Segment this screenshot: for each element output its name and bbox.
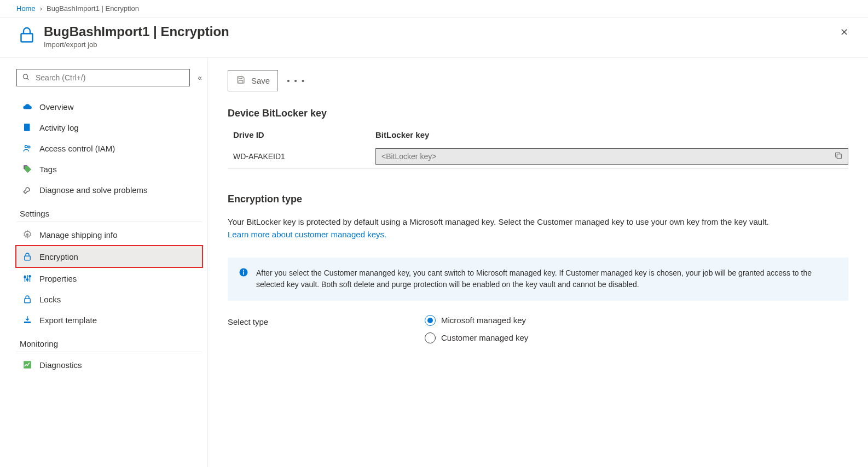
svg-point-18 <box>243 270 244 271</box>
svg-point-7 <box>24 276 26 278</box>
sidebar-item-access-control[interactable]: Access control (IAM) <box>16 138 202 159</box>
people-icon <box>22 143 33 154</box>
svg-rect-17 <box>243 271 244 275</box>
col-header-key: BitLocker key <box>375 130 848 139</box>
properties-icon <box>22 273 33 284</box>
radio-customer-key[interactable]: Customer managed key <box>425 332 528 343</box>
page-title: BugBashImport1 | Encryption <box>44 24 229 39</box>
lock-icon <box>22 294 33 305</box>
encryption-desc: Your BitLocker key is protected by defau… <box>228 216 848 229</box>
bitlocker-key-input[interactable] <box>375 148 848 165</box>
select-type-label: Select type <box>228 315 425 326</box>
cloud-icon <box>22 101 33 112</box>
info-text: After you select the Customer mananged k… <box>256 267 837 291</box>
svg-rect-14 <box>239 81 243 84</box>
info-icon <box>239 267 248 291</box>
sidebar: « Overview Activity log Access control (… <box>0 58 208 467</box>
copy-icon[interactable] <box>834 151 843 162</box>
save-button[interactable]: Save <box>228 70 278 91</box>
bitlocker-heading: Device BitLocker key <box>228 108 848 119</box>
svg-rect-15 <box>837 154 841 159</box>
col-header-drive: Drive ID <box>228 130 375 139</box>
svg-point-9 <box>29 276 31 277</box>
sidebar-item-encryption[interactable]: Encryption <box>15 245 203 268</box>
svg-rect-12 <box>24 361 31 369</box>
table-row: WD-AFAKEID1 <box>228 145 848 168</box>
sidebar-item-label: Overview <box>39 102 74 112</box>
toolbar: Save • • • <box>228 70 848 91</box>
search-icon <box>22 73 30 83</box>
radio-icon <box>425 315 436 326</box>
save-button-label: Save <box>251 76 270 85</box>
breadcrumb-home[interactable]: Home <box>16 4 36 13</box>
search-input[interactable] <box>16 69 190 86</box>
svg-rect-6 <box>25 256 31 260</box>
sidebar-item-diagnostics[interactable]: Diagnostics <box>16 354 202 375</box>
svg-point-4 <box>28 146 30 148</box>
sidebar-item-label: Diagnostics <box>39 360 82 370</box>
close-button[interactable]: ✕ <box>837 26 852 38</box>
sidebar-item-label: Access control (IAM) <box>39 144 115 153</box>
learn-more-link[interactable]: Learn more about customer managed keys. <box>228 230 386 239</box>
wrench-icon <box>22 184 33 195</box>
sidebar-item-label: Manage shipping info <box>39 230 118 240</box>
sidebar-item-overview[interactable]: Overview <box>16 96 202 117</box>
sidebar-item-tags[interactable]: Tags <box>16 159 202 179</box>
sidebar-item-label: Locks <box>39 295 61 304</box>
more-button[interactable]: • • • <box>282 72 310 90</box>
radio-icon <box>425 332 436 343</box>
encryption-type-heading: Encryption type <box>228 194 848 205</box>
gear-icon <box>22 229 33 240</box>
svg-rect-2 <box>24 124 30 131</box>
info-box: After you select the Customer mananged k… <box>228 258 848 301</box>
radio-group-key-type: Microsoft managed key Customer managed k… <box>425 315 528 343</box>
radio-label: Customer managed key <box>441 333 528 342</box>
breadcrumb: Home › BugBashImport1 | Encryption <box>0 0 868 17</box>
sidebar-item-diagnose[interactable]: Diagnose and solve problems <box>16 179 202 200</box>
sidebar-item-label: Tags <box>39 165 57 174</box>
svg-rect-0 <box>21 34 33 42</box>
collapse-sidebar-icon[interactable]: « <box>198 73 202 82</box>
lock-icon <box>16 24 37 45</box>
save-icon <box>236 75 246 86</box>
lock-icon <box>22 251 33 262</box>
svg-rect-13 <box>239 77 242 79</box>
svg-rect-11 <box>24 322 31 323</box>
sidebar-item-locks[interactable]: Locks <box>16 289 202 310</box>
svg-point-3 <box>25 145 28 148</box>
sidebar-item-label: Activity log <box>39 123 79 132</box>
chevron-right-icon: › <box>40 4 42 13</box>
radio-label: Microsoft managed key <box>441 316 526 325</box>
svg-point-5 <box>26 234 29 236</box>
sidebar-item-label: Encryption <box>39 252 78 261</box>
sidebar-item-properties[interactable]: Properties <box>16 268 202 289</box>
sidebar-item-label: Export template <box>39 316 97 325</box>
chart-icon <box>22 359 33 370</box>
svg-point-8 <box>27 279 28 281</box>
svg-point-1 <box>23 74 27 79</box>
drive-id-cell: WD-AFAKEID1 <box>228 152 375 161</box>
log-icon <box>22 122 33 133</box>
radio-microsoft-key[interactable]: Microsoft managed key <box>425 315 528 326</box>
sidebar-section-settings: Settings <box>16 200 202 222</box>
sidebar-item-label: Properties <box>39 274 77 283</box>
sidebar-item-manage-shipping[interactable]: Manage shipping info <box>16 224 202 245</box>
svg-rect-10 <box>25 299 31 303</box>
breadcrumb-current: BugBashImport1 | Encryption <box>47 4 139 13</box>
sidebar-section-monitoring: Monitoring <box>16 330 202 352</box>
page-header: BugBashImport1 | Encryption Import/expor… <box>0 17 868 58</box>
sidebar-item-label: Diagnose and solve problems <box>39 185 148 195</box>
sidebar-item-activity-log[interactable]: Activity log <box>16 117 202 138</box>
page-subtitle: Import/export job <box>44 40 229 49</box>
download-icon <box>22 314 33 325</box>
main-content: Save • • • Device BitLocker key Drive ID… <box>208 58 868 467</box>
bitlocker-table: Drive ID BitLocker key WD-AFAKEID1 <box>228 130 848 168</box>
sidebar-item-export-template[interactable]: Export template <box>16 310 202 330</box>
tag-icon <box>22 164 33 174</box>
